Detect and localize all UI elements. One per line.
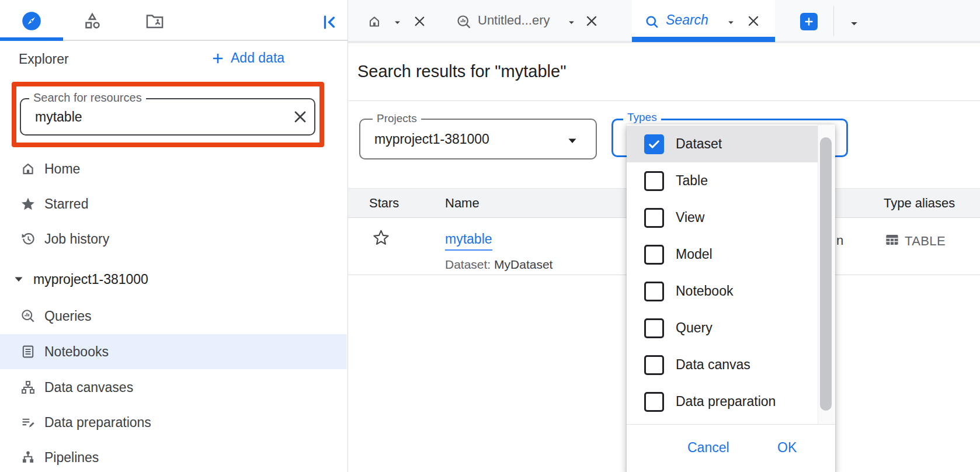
option-label: Model [676, 247, 713, 262]
project-name-label: myproject1-381000 [33, 272, 148, 287]
tab-untitled-query[interactable] [456, 13, 472, 30]
home-icon [367, 14, 382, 29]
tab-models[interactable] [82, 11, 102, 31]
sidebar-item-label: Pipelines [44, 450, 99, 466]
tab-search-close-button[interactable] [745, 13, 762, 29]
cancel-button[interactable]: Cancel [687, 440, 729, 456]
star-outline-icon [372, 228, 390, 247]
checkbox-icon[interactable] [644, 245, 664, 265]
sidebar-item-queries[interactable]: Queries [0, 299, 347, 334]
checkbox-icon[interactable] [644, 171, 664, 191]
sidebar-item-home[interactable]: Home [0, 151, 347, 186]
ok-button[interactable]: OK [777, 440, 797, 456]
result-detail-value: MyDataset [494, 258, 552, 271]
caret-down-icon [566, 17, 577, 28]
search-icon [644, 14, 660, 30]
option-dataset[interactable]: Dataset [627, 126, 818, 162]
sidebar-item-job-history[interactable]: Job history [0, 221, 347, 256]
option-label: Dataset [676, 136, 722, 152]
star-toggle-button[interactable] [372, 228, 390, 247]
close-icon [412, 13, 428, 29]
sidebar-item-label: Data canvases [44, 380, 133, 395]
sidebar-item-data-canvases[interactable]: Data canvases [0, 370, 347, 405]
tab-search-label[interactable]: Search [666, 12, 708, 28]
caret-down-icon [848, 18, 860, 30]
search-input[interactable] [34, 109, 258, 126]
checkbox-icon[interactable] [644, 392, 664, 412]
clear-search-button[interactable] [291, 107, 310, 126]
shapes-icon [82, 11, 102, 31]
tab-untitled-query-close-button[interactable] [583, 13, 600, 29]
sidebar-item-notebooks[interactable]: Notebooks [0, 334, 347, 369]
projects-filter-label: Projects [373, 112, 421, 125]
tab-list-caret[interactable] [848, 18, 860, 30]
option-data-canvas[interactable]: Data canvas [627, 346, 818, 383]
active-tab-indicator [632, 37, 775, 42]
sidebar-item-label: Data preparations [44, 415, 151, 431]
option-notebook[interactable]: Notebook [627, 273, 818, 310]
option-view[interactable]: View [627, 199, 818, 236]
option-label: Notebook [676, 283, 733, 299]
tab-search[interactable] [644, 14, 660, 30]
caret-down-icon [565, 134, 579, 148]
collapse-panel-icon [320, 12, 340, 32]
sidebar-item-pipelines[interactable]: Pipelines [0, 440, 347, 472]
column-header-type-aliases: Type aliases [884, 189, 955, 217]
projects-filter-value: myproject1-381000 [374, 120, 489, 158]
option-label: Data preparation [676, 394, 776, 409]
checkbox-checked-icon[interactable] [644, 134, 664, 154]
obscured-column-text: n [836, 233, 843, 248]
sidebar-item-label: Home [44, 161, 80, 177]
star-icon [20, 196, 36, 212]
dropdown-footer-divider [627, 424, 835, 425]
sidebar-item-label: Job history [44, 231, 109, 247]
sidebar-item-data-preparations[interactable]: Data preparations [0, 405, 347, 440]
tab-untitled-query-menu-caret[interactable] [566, 17, 577, 28]
data-preparation-icon [20, 414, 36, 431]
pipeline-icon [20, 449, 36, 466]
panel-divider [347, 0, 348, 472]
add-tab-button[interactable] [800, 13, 818, 30]
checkbox-icon[interactable] [644, 282, 664, 301]
sidebar-project-myproject1-381000[interactable]: myproject1-381000 [0, 262, 347, 297]
option-query[interactable]: Query [627, 310, 818, 346]
option-label: Table [676, 173, 708, 189]
close-icon [583, 13, 600, 29]
option-label: Query [676, 320, 713, 336]
sidebar-item-starred[interactable]: Starred [0, 186, 347, 221]
checkbox-icon[interactable] [644, 355, 664, 375]
add-data-label: Add data [231, 50, 284, 66]
option-data-preparation[interactable]: Data preparation [627, 383, 818, 420]
column-header-name: Name [445, 189, 479, 217]
option-label: View [676, 210, 704, 225]
query-icon [20, 308, 36, 324]
add-data-button[interactable]: Add data [210, 50, 284, 66]
clear-icon [291, 107, 310, 126]
tab-transfers[interactable] [144, 12, 165, 30]
checkbox-icon[interactable] [644, 208, 664, 228]
compass-icon [21, 11, 42, 32]
result-name-link[interactable]: mytable [445, 231, 492, 251]
sidebar-item-label: Starred [44, 196, 88, 212]
dropdown-scrollbar-thumb[interactable] [820, 137, 832, 411]
search-field-label: Search for resources [29, 91, 146, 105]
tab-home-close-button[interactable] [412, 13, 428, 29]
tab-search-menu-caret[interactable] [725, 17, 736, 28]
types-filter-label: Types [623, 111, 661, 124]
page-title: Search results for "mytable" [357, 62, 566, 81]
sidebar-item-label: Notebooks [44, 344, 109, 360]
tab-home[interactable] [367, 14, 382, 29]
folder-pipeline-icon [144, 12, 165, 30]
tab-home-menu-caret[interactable] [392, 17, 403, 28]
table-grid-icon [884, 232, 900, 248]
checkbox-icon[interactable] [644, 318, 664, 338]
data-canvas-icon [20, 379, 36, 395]
active-sidebar-tab-indicator [0, 37, 63, 41]
tab-untitled-query-label[interactable]: Untitled...ery [478, 13, 550, 28]
type-alias-badge: TABLE [905, 234, 946, 249]
option-table[interactable]: Table [627, 162, 818, 199]
collapse-panel-button[interactable] [320, 12, 340, 32]
tab-explorer[interactable] [21, 11, 42, 32]
notebook-icon [20, 343, 36, 360]
option-model[interactable]: Model [627, 236, 818, 273]
